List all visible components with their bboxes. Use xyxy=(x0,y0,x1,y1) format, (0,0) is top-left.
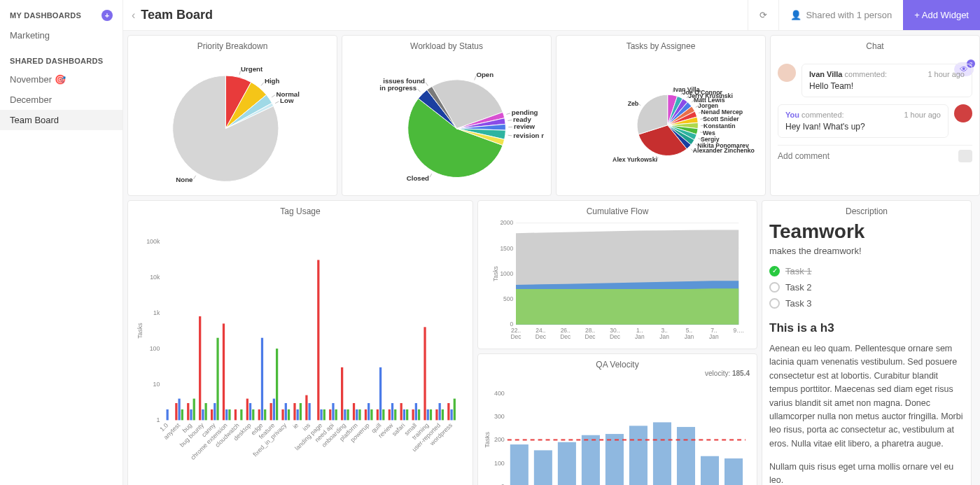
svg-text:10: 10 xyxy=(153,381,160,388)
svg-rect-147 xyxy=(418,409,420,420)
svg-rect-133 xyxy=(377,409,379,420)
svg-text:Jan: Jan xyxy=(709,333,719,340)
svg-rect-67 xyxy=(181,409,183,420)
person-icon: 👤 xyxy=(790,10,802,20)
description-widget[interactable]: Description Teamwork makes the dreamwork… xyxy=(762,200,972,485)
sidebar-item-december[interactable]: December xyxy=(0,90,122,110)
avatar xyxy=(778,64,796,82)
svg-rect-206 xyxy=(724,458,743,485)
add-widget-button[interactable]: + Add Widget xyxy=(903,0,980,30)
svg-rect-65 xyxy=(175,403,177,420)
widget-title: Tasks by Assignee xyxy=(564,41,758,51)
svg-text:Jan: Jan xyxy=(685,333,694,340)
svg-rect-138 xyxy=(391,403,393,420)
svg-rect-153 xyxy=(435,409,438,420)
svg-text:1k: 1k xyxy=(153,309,160,316)
widget-title: QA Velocity xyxy=(485,360,750,370)
chat-widget[interactable]: Chat 👁 Ivan Villa commented:1 hour agoHe… xyxy=(770,35,980,196)
svg-rect-82 xyxy=(225,409,227,420)
svg-text:9….: 9…. xyxy=(733,327,744,334)
svg-text:Wes: Wes xyxy=(703,129,715,136)
svg-rect-91 xyxy=(252,409,254,420)
description-heading: Teamwork xyxy=(769,220,964,243)
svg-line-24 xyxy=(508,135,512,136)
svg-rect-151 xyxy=(430,409,432,420)
svg-rect-122 xyxy=(344,409,346,420)
svg-rect-202 xyxy=(629,426,648,485)
svg-rect-106 xyxy=(297,409,299,420)
widget-title: Workload by Status xyxy=(349,41,544,51)
checkbox-icon[interactable] xyxy=(769,282,780,293)
checkbox-icon[interactable] xyxy=(769,298,780,309)
tag-usage-widget[interactable]: Tag Usage Tasks1101001k10k100k1.0anytest… xyxy=(127,200,473,485)
svg-rect-204 xyxy=(677,427,695,485)
chat-message: You commented:1 hour agoHey Ivan! What's… xyxy=(778,104,972,138)
svg-text:500: 500 xyxy=(503,295,513,302)
svg-rect-143 xyxy=(406,409,408,420)
qa-velocity-widget[interactable]: QA Velocity velocity: 185.4 010020030040… xyxy=(477,353,757,485)
svg-rect-198 xyxy=(534,450,552,485)
back-arrow-icon[interactable]: ‹ xyxy=(132,9,135,22)
svg-rect-78 xyxy=(214,403,216,420)
svg-rect-83 xyxy=(228,409,230,420)
svg-rect-110 xyxy=(309,403,311,420)
workload-status-widget[interactable]: Workload by Status Closedin progressissu… xyxy=(342,35,552,196)
svg-text:400: 400 xyxy=(494,390,505,397)
shared-with-button[interactable]: 👤Shared with 1 person xyxy=(778,0,903,30)
comment-input[interactable] xyxy=(778,146,953,167)
sidebar-item-november[interactable]: November 🎯 xyxy=(0,69,122,90)
assignee-pie: Ivan VillaJoe O'ConnorJerry KrusinskiMat… xyxy=(564,54,758,190)
svg-text:Konstantin: Konstantin xyxy=(704,122,736,129)
task-label: Task 1 xyxy=(785,266,812,276)
svg-rect-146 xyxy=(415,403,417,420)
svg-rect-121 xyxy=(341,367,343,421)
svg-rect-199 xyxy=(558,442,576,485)
svg-text:None: None xyxy=(176,176,193,183)
task-item[interactable]: Task 2 xyxy=(769,282,964,293)
svg-rect-203 xyxy=(653,422,671,485)
priority-breakdown-widget[interactable]: Priority Breakdown UrgentHighNormalLowNo… xyxy=(127,35,337,196)
add-dashboard-button[interactable]: + xyxy=(102,10,113,21)
sidebar-item-marketing[interactable]: Marketing xyxy=(0,25,122,45)
svg-text:1500: 1500 xyxy=(500,245,513,252)
svg-rect-95 xyxy=(264,409,266,420)
svg-line-8 xyxy=(194,176,196,179)
svg-text:Urgent: Urgent xyxy=(241,65,263,73)
task-item[interactable]: Task 3 xyxy=(769,298,964,309)
svg-rect-97 xyxy=(270,403,272,420)
task-label: Task 3 xyxy=(785,298,812,309)
svg-rect-157 xyxy=(447,403,449,420)
svg-rect-89 xyxy=(246,399,248,421)
qa-velocity-chart: 0100200300400Tasks xyxy=(485,372,750,485)
shared-dashboards-label: SHARED DASHBOARDS xyxy=(10,57,103,65)
svg-text:Scott Snider: Scott Snider xyxy=(703,115,739,122)
topbar: ‹ Team Board ⟳ 👤Shared with 1 person + A… xyxy=(123,0,980,31)
svg-rect-71 xyxy=(193,399,195,421)
widget-title: Cumulative Flow xyxy=(485,206,750,216)
page-title: Team Board xyxy=(141,8,748,22)
widget-title: Priority Breakdown xyxy=(135,41,330,51)
svg-text:Jan: Jan xyxy=(635,333,645,340)
checkbox-icon[interactable] xyxy=(769,266,780,276)
task-item[interactable]: Task 1 xyxy=(769,266,964,276)
svg-line-14 xyxy=(426,83,428,86)
tasks-assignee-widget[interactable]: Tasks by Assignee Ivan VillaJoe O'Connor… xyxy=(556,35,766,196)
svg-rect-114 xyxy=(320,409,322,420)
refresh-icon: ⟳ xyxy=(760,10,767,20)
task-label: Task 2 xyxy=(785,282,812,293)
avatar xyxy=(954,104,972,122)
svg-rect-109 xyxy=(305,395,307,421)
svg-rect-115 xyxy=(323,409,326,420)
sidebar-item-team-board[interactable]: Team Board xyxy=(0,110,122,130)
svg-rect-66 xyxy=(178,399,180,421)
svg-rect-93 xyxy=(258,409,260,420)
svg-text:Dec: Dec xyxy=(536,333,547,340)
svg-text:review: review xyxy=(514,122,536,130)
svg-rect-125 xyxy=(353,403,355,420)
svg-rect-69 xyxy=(187,403,189,420)
cumulative-flow-widget[interactable]: Cumulative Flow 0500100015002000Tasks22.… xyxy=(477,200,757,349)
svg-rect-101 xyxy=(281,409,284,420)
svg-rect-79 xyxy=(216,338,218,421)
refresh-button[interactable]: ⟳ xyxy=(748,0,778,30)
svg-text:100: 100 xyxy=(494,460,505,467)
